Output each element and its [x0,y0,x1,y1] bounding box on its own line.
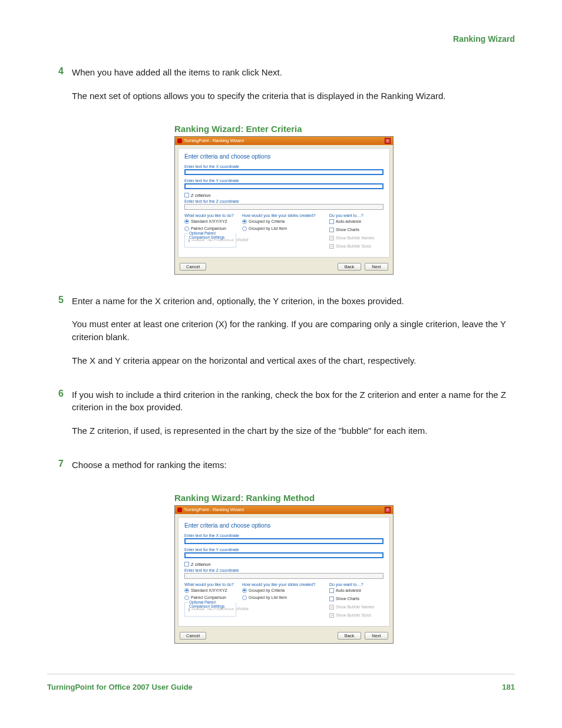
g2-opt1[interactable]: Grouped by Criteria [242,588,323,593]
dialog-titlebar: TurningPoint - Ranking Wizard × [175,137,393,145]
z-label: Enter text for the Z coordinate [184,568,384,572]
step-body: Enter a name for the X criterion and, op… [72,295,515,378]
step-body: Choose a method for ranking the items: [72,459,515,482]
g1-label: What would you like to do? [184,213,236,218]
dialog-panel: Enter criteria and choose options Enter … [178,517,390,627]
page-footer: TurningPoint for Office 2007 User Guide … [47,674,515,691]
dialog-buttons: Cancel Back Next [175,630,393,643]
z-checkbox-label: Z criterion [191,193,210,198]
col-method: What would you like to do? Standard X/XY… [184,582,236,620]
step5-p3: The X and Y criteria appear on the horiz… [72,354,515,367]
g1-opt2[interactable]: Paired Comparison [184,226,236,231]
dialog-titlebar: TurningPoint - Ranking Wizard × [175,506,393,514]
figure-1: Ranking Wizard: Enter Criteria TurningPo… [53,124,515,275]
options-columns: What would you like to do? Standard X/XY… [184,213,384,251]
show-charts-checkbox [329,228,334,232]
app-icon [177,508,182,512]
z-checkbox-label: Z criterion [191,562,210,567]
z-label: Enter text for the Z coordinate [184,199,384,203]
dialog-buttons: Cancel Back Next [175,261,393,274]
figure1-caption: Ranking Wizard: Enter Criteria [174,124,394,134]
bubble-sizes-checkbox [329,613,334,618]
show-charts-label: Show Charts [336,597,359,601]
figure2-caption: Ranking Wizard: Ranking Method [174,493,394,503]
y-input[interactable] [184,552,384,558]
g2-opt2[interactable]: Grouped by List Item [242,226,323,231]
g2-label: How would you like your slides created? [242,582,323,587]
section-header: Ranking Wizard [453,34,515,44]
next-button[interactable]: Next [365,263,388,271]
radio-icon [242,219,247,224]
bubble-names-label: Show Bubble Names [336,605,374,609]
g1-opt1[interactable]: Standard X/XY/XYZ [184,588,236,593]
x-input[interactable] [184,538,384,544]
g1-opt2-label: Paired Comparison [191,226,226,230]
g2-opt2[interactable]: Grouped by List Item [242,595,323,600]
z-input[interactable] [184,573,384,579]
y-input[interactable] [184,183,384,189]
step6-p1: If you wish to include a third criterion… [72,388,515,414]
bubble-names-row: Show Bubble Names [329,605,384,610]
col-wantto: Do you want to…? Auto-advance Show Chart… [329,213,384,251]
bubble-sizes-row: Show Bubble Sizes [329,613,384,618]
g3-label: Do you want to…? [329,582,384,587]
radio-icon [184,588,189,593]
show-charts-row[interactable]: Show Charts [329,228,384,232]
step-5: 5 Enter a name for the X criterion and, … [53,295,515,378]
show-charts-row[interactable]: Show Charts [329,597,384,601]
col-method: What would you like to do? Standard X/XY… [184,213,236,251]
g2-opt1-label: Grouped by Criteria [249,588,285,592]
y-field-group: Enter text for the Y coordinate [184,179,384,189]
dialog-panel: Enter criteria and choose options Enter … [178,148,390,258]
auto-advance-checkbox [329,219,334,224]
x-field-group: Enter text for the X coordinate [184,533,384,544]
step-6: 6 If you wish to include a third criteri… [53,388,515,448]
g3-label: Do you want to…? [329,213,384,218]
z-checkbox[interactable] [184,193,189,197]
next-button[interactable]: Next [365,632,388,640]
bubble-sizes-row: Show Bubble Sizes [329,244,384,249]
bubble-names-checkbox [329,605,334,610]
z-field-group: Enter text for the Z coordinate [184,199,384,210]
radio-icon [184,226,189,231]
step-number: 5 [53,295,64,378]
x-label: Enter text for the X coordinate [184,164,384,169]
auto-advance-checkbox [329,588,334,593]
show-charts-label: Show Charts [336,228,359,232]
g2-label: How would you like your slides created? [242,213,323,218]
cancel-button[interactable]: Cancel [180,632,206,640]
dialog-title: TurningPoint - Ranking Wizard [184,138,244,143]
step-number: 4 [53,66,64,113]
g1-opt1-label: Standard X/XY/XYZ [191,219,227,223]
close-icon[interactable]: × [385,138,391,144]
step4-p2: The next set of options allows you to sp… [72,90,515,103]
ranking-wizard-dialog: TurningPoint - Ranking Wizard × Enter cr… [174,136,394,275]
auto-advance-label: Auto-advance [336,219,361,223]
z-input[interactable] [184,204,384,210]
step5-p1: Enter a name for the X criterion and, op… [72,295,515,308]
col-slides: How would you like your slides created? … [242,582,323,620]
fieldset-legend: Optional Paired Comparison Settings [188,600,236,608]
close-icon[interactable]: × [385,507,391,513]
radio-icon [242,588,247,593]
g1-opt1[interactable]: Standard X/XY/XYZ [184,219,236,224]
radio-icon [242,226,247,231]
step-number: 6 [53,388,64,448]
auto-advance-label: Auto-advance [336,588,361,592]
auto-advance-row[interactable]: Auto-advance [329,588,384,593]
cancel-button[interactable]: Cancel [180,263,206,271]
g2-opt2-label: Grouped by List Item [249,595,287,599]
g1-opt2[interactable]: Paired Comparison [184,595,236,600]
page-content: 4 When you have added all the items to r… [53,66,515,644]
z-checkbox[interactable] [184,562,189,566]
x-input[interactable] [184,169,384,175]
footer-title: TurningPoint for Office 2007 User Guide [47,683,193,691]
back-button[interactable]: Back [338,632,361,640]
auto-advance-row[interactable]: Auto-advance [329,219,384,224]
g1-label: What would you like to do? [184,582,236,587]
paired-settings-fieldset: Optional Paired Comparison Settings Incl… [184,233,236,248]
app-icon [177,139,182,143]
y-label: Enter text for the Y coordinate [184,179,384,183]
back-button[interactable]: Back [338,263,361,271]
g2-opt1[interactable]: Grouped by Criteria [242,219,323,224]
